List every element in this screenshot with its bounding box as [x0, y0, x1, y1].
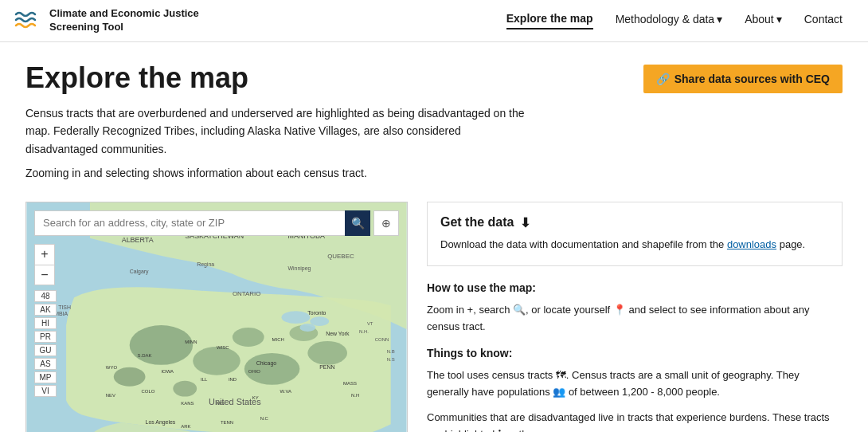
state-label-pr[interactable]: PR	[34, 331, 57, 343]
svg-point-10	[310, 316, 329, 326]
map-zoom-controls: + −	[34, 244, 55, 285]
svg-text:United States: United States	[209, 396, 261, 406]
svg-text:WYO: WYO	[106, 364, 118, 369]
svg-text:N.H.: N.H.	[359, 329, 369, 334]
map-search-button[interactable]: 🔍	[345, 210, 370, 236]
svg-point-4	[307, 341, 347, 365]
site-header: Climate and Economic Justice Screening T…	[0, 0, 868, 42]
locate-icon: ⊕	[381, 217, 391, 230]
svg-text:CONN: CONN	[375, 337, 389, 342]
svg-text:W.VA: W.VA	[280, 388, 291, 393]
state-label-48[interactable]: 48	[34, 290, 57, 302]
share-button[interactable]: 🔗 Share data sources with CEQ	[643, 65, 843, 93]
svg-text:MINN: MINN	[185, 340, 197, 344]
svg-text:NEV: NEV	[106, 392, 115, 397]
svg-text:Calgary: Calgary	[130, 269, 149, 275]
svg-text:Los Angeles: Los Angeles	[146, 419, 176, 426]
thing1: The tool uses census tracts 🗺. Census tr…	[427, 367, 843, 401]
thing2: Communities that are disadvantaged live …	[427, 410, 843, 432]
things-to-know-title: Things to know:	[427, 344, 843, 362]
svg-text:N.C: N.C	[260, 416, 269, 421]
description-para1: Census tracts that are overburdened and …	[25, 104, 535, 158]
state-label-vi[interactable]: VI	[34, 385, 57, 397]
get-data-text: Download the data with documentation and…	[440, 237, 829, 253]
svg-text:ARK: ARK	[181, 424, 190, 429]
share-icon: 🔗	[656, 73, 670, 85]
svg-text:QUEBEC: QUEBEC	[327, 252, 354, 259]
svg-text:N.H: N.H	[351, 392, 359, 397]
svg-point-1	[130, 325, 194, 365]
svg-point-2	[193, 346, 240, 375]
svg-text:PENN: PENN	[319, 363, 334, 369]
svg-text:IOWA: IOWA	[161, 368, 174, 373]
svg-text:MICH: MICH	[272, 337, 284, 342]
state-label-mp[interactable]: MP	[34, 371, 57, 383]
map-state-labels: 48 AK HI PR GU AS MP VI	[34, 290, 57, 397]
state-label-hi[interactable]: HI	[34, 317, 57, 329]
map-zoom-out-button[interactable]: −	[34, 265, 55, 285]
svg-point-9	[282, 311, 311, 324]
get-data-box: Get the data ⬇ Download the data with do…	[427, 202, 843, 267]
svg-text:MASS: MASS	[343, 380, 357, 385]
description-area: Census tracts that are overburdened and …	[25, 104, 535, 189]
svg-text:N.S: N.S	[387, 356, 395, 361]
state-label-as[interactable]: AS	[34, 358, 57, 370]
get-data-title: Get the data ⬇	[440, 215, 829, 230]
site-title: Climate and Economic Justice Screening T…	[49, 7, 199, 34]
svg-text:Chicago: Chicago	[256, 359, 277, 366]
svg-text:Toronto: Toronto	[307, 310, 326, 316]
svg-text:WISC: WISC	[217, 344, 229, 349]
svg-point-7	[233, 328, 264, 347]
svg-text:ILL: ILL	[201, 376, 208, 381]
nav-methodology[interactable]: Methodology & data ▾	[616, 13, 723, 29]
map-zoom-in-button[interactable]: +	[34, 244, 55, 265]
map-search-bar: 🔍 ⊕	[34, 210, 399, 236]
svg-text:VT: VT	[367, 321, 373, 326]
svg-text:COLO: COLO	[142, 388, 155, 393]
svg-text:N.B: N.B	[387, 348, 395, 353]
svg-point-6	[173, 380, 197, 396]
svg-text:IND: IND	[229, 376, 237, 381]
hero-section: Explore the map 🔗 Share data sources wit…	[25, 61, 843, 95]
chevron-down-icon: ▾	[717, 13, 722, 26]
map-search-input[interactable]	[34, 210, 345, 236]
map-container: Toronto New York Chicago Los Angeles PEN…	[25, 202, 408, 432]
svg-text:ONTARIO: ONTARIO	[233, 290, 261, 297]
chevron-down-icon: ▾	[776, 13, 782, 26]
svg-text:New York: New York	[326, 331, 350, 336]
svg-point-5	[114, 367, 146, 386]
state-label-gu[interactable]: GU	[34, 344, 57, 356]
main-nav: Explore the map Methodology & data ▾ Abo…	[506, 12, 843, 29]
page-title: Explore the map	[25, 61, 248, 95]
logo-area: Climate and Economic Justice Screening T…	[13, 6, 199, 35]
svg-text:KANS: KANS	[181, 400, 194, 405]
search-icon: 🔍	[351, 217, 365, 230]
downloads-link[interactable]: downloads	[727, 238, 776, 250]
how-to-use-title: How to use the map:	[427, 279, 843, 297]
svg-text:ALBERTA: ALBERTA	[122, 235, 154, 243]
nav-contact[interactable]: Contact	[804, 13, 843, 29]
right-panel: Get the data ⬇ Download the data with do…	[427, 202, 843, 432]
svg-text:Winnipeg: Winnipeg	[287, 265, 311, 271]
state-label-ak[interactable]: AK	[34, 304, 57, 316]
svg-text:TENN: TENN	[221, 420, 233, 425]
description-para2: Zooming in and selecting shows informati…	[25, 164, 535, 182]
map-locate-button[interactable]: ⊕	[373, 210, 399, 236]
content-area: Toronto New York Chicago Los Angeles PEN…	[25, 202, 843, 432]
nav-explore-map[interactable]: Explore the map	[506, 12, 593, 29]
how-to-use-section: How to use the map: Zoom in +, search 🔍,…	[427, 279, 843, 432]
svg-point-11	[299, 324, 315, 332]
how-to-use-description: Zoom in +, search 🔍, or locate yourself …	[427, 302, 843, 336]
nav-about[interactable]: About ▾	[745, 13, 782, 29]
svg-text:S.DAK: S.DAK	[138, 352, 152, 357]
site-logo-icon	[13, 6, 41, 35]
download-icon: ⬇	[520, 215, 530, 230]
map-svg[interactable]: Toronto New York Chicago Los Angeles PEN…	[26, 202, 407, 432]
main-content: Explore the map 🔗 Share data sources wit…	[0, 42, 868, 432]
svg-text:TISH: TISH	[58, 304, 71, 310]
svg-text:Regina: Regina	[197, 261, 214, 267]
svg-text:OHIO: OHIO	[248, 368, 261, 373]
